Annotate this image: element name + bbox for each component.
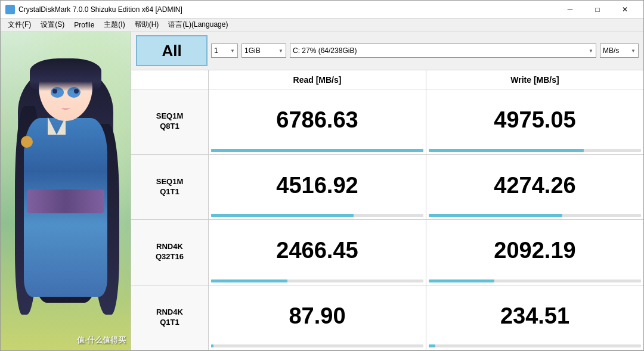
read-bar-fill-rnd4k-q1t1 <box>211 344 213 347</box>
row-label-seq1m-q8t1: SEQ1M Q8T1 <box>131 89 209 154</box>
watermark: 值·什么值得买 <box>77 335 126 346</box>
menu-settings[interactable]: 设置(S) <box>36 18 69 31</box>
window-controls: ─ □ ✕ <box>556 1 639 18</box>
count-value: 1 <box>214 46 218 55</box>
menu-profile[interactable]: Profile <box>69 20 99 30</box>
row-read-rnd4k-q1t1: 87.90 <box>209 285 426 350</box>
drive-value: C: 27% (64/238GiB) <box>293 46 357 55</box>
row-write-seq1m-q8t1: 4975.05 <box>426 89 643 154</box>
window-title: CrystalDiskMark 7.0.0 Shizuku Edition x6… <box>18 5 556 14</box>
menu-theme[interactable]: 主题(I) <box>99 18 129 31</box>
label-header <box>131 70 209 89</box>
char-obi <box>27 190 104 213</box>
count-dropdown-arrow: ▼ <box>230 48 235 54</box>
write-value-rnd4k-q32t16: 2092.19 <box>494 239 575 262</box>
write-header: Write [MB/s] <box>426 70 643 89</box>
write-value-seq1m-q1t1: 4274.26 <box>494 174 575 197</box>
read-bar-rnd4k-q1t1 <box>211 344 423 347</box>
write-value-seq1m-q8t1: 4975.05 <box>494 108 575 131</box>
size-dropdown-arrow: ▼ <box>278 48 283 54</box>
maximize-button[interactable]: □ <box>584 1 611 18</box>
row-label-seq1m-q1t1: SEQ1M Q1T1 <box>131 155 209 220</box>
table-header: Read [MB/s] Write [MB/s] <box>131 70 643 89</box>
write-bar-rnd4k-q1t1 <box>429 344 641 347</box>
read-bar-fill-seq1m-q1t1 <box>211 214 354 217</box>
main-content: 值·什么值得买 All 1 ▼ 1GiB ▼ C: 27% (64/238GiB… <box>1 32 643 350</box>
read-bar-seq1m-q8t1 <box>211 149 423 152</box>
char-collar <box>48 117 66 135</box>
write-bar-seq1m-q8t1 <box>429 149 641 152</box>
write-bar-rnd4k-q32t16 <box>429 279 641 282</box>
app-icon <box>5 5 15 14</box>
char-mouth <box>61 106 70 110</box>
size-dropdown[interactable]: 1GiB ▼ <box>242 44 286 58</box>
menu-language[interactable]: 语言(L)(Language) <box>163 18 233 31</box>
row-read-seq1m-q8t1: 6786.63 <box>209 89 426 154</box>
character <box>6 58 125 350</box>
row-read-seq1m-q1t1: 4516.92 <box>209 155 426 220</box>
count-dropdown[interactable]: 1 ▼ <box>211 44 238 58</box>
all-button[interactable]: All <box>136 35 208 66</box>
results-table: Read [MB/s] Write [MB/s] SEQ1M Q8T1 6786… <box>131 70 643 350</box>
row-write-rnd4k-q1t1: 234.51 <box>426 285 643 350</box>
anime-panel: 值·什么值得买 <box>1 32 131 350</box>
unit-value: MB/s <box>603 46 619 55</box>
unit-dropdown[interactable]: MB/s ▼ <box>600 44 639 58</box>
minimize-button[interactable]: ─ <box>556 1 584 18</box>
drive-dropdown-arrow: ▼ <box>589 48 593 54</box>
menu-file[interactable]: 文件(F) <box>3 18 36 31</box>
read-header: Read [MB/s] <box>209 70 426 89</box>
row-write-seq1m-q1t1: 4274.26 <box>426 155 643 220</box>
size-value: 1GiB <box>244 46 261 55</box>
read-bar-seq1m-q1t1 <box>211 214 423 217</box>
write-bar-fill-rnd4k-q32t16 <box>429 279 494 282</box>
write-bar-fill-rnd4k-q1t1 <box>429 344 435 347</box>
menu-help[interactable]: 帮助(H) <box>130 18 164 31</box>
row-write-rnd4k-q32t16: 2092.19 <box>426 220 643 285</box>
table-row: RND4K Q32T16 2466.45 2092.19 <box>131 220 643 285</box>
table-row: SEQ1M Q8T1 6786.63 4975.05 <box>131 89 643 155</box>
table-row: RND4K Q1T1 87.90 234.51 <box>131 285 643 351</box>
write-bar-fill-seq1m-q1t1 <box>429 214 562 217</box>
unit-dropdown-arrow: ▼ <box>631 48 636 54</box>
read-value-rnd4k-q32t16: 2466.45 <box>276 239 358 262</box>
char-decoration <box>21 136 33 148</box>
table-row: SEQ1M Q1T1 4516.92 4274.26 <box>131 155 643 220</box>
controls-row: All 1 ▼ 1GiB ▼ C: 27% (64/238GiB) ▼ MB/s… <box>131 32 643 70</box>
menubar: 文件(F) 设置(S) Profile 主题(I) 帮助(H) 语言(L)(La… <box>1 18 643 32</box>
row-label-rnd4k-q1t1: RND4K Q1T1 <box>131 285 209 350</box>
char-hair-front <box>30 58 101 91</box>
read-value-seq1m-q8t1: 6786.63 <box>276 108 358 131</box>
benchmark-panel: All 1 ▼ 1GiB ▼ C: 27% (64/238GiB) ▼ MB/s… <box>131 32 643 350</box>
main-window: CrystalDiskMark 7.0.0 Shizuku Edition x6… <box>0 0 644 351</box>
read-bar-fill-seq1m-q8t1 <box>211 149 423 152</box>
anime-figure <box>1 32 131 350</box>
titlebar: CrystalDiskMark 7.0.0 Shizuku Edition x6… <box>1 1 643 18</box>
row-label-rnd4k-q32t16: RND4K Q32T16 <box>131 220 209 285</box>
drive-dropdown[interactable]: C: 27% (64/238GiB) ▼ <box>290 44 596 58</box>
close-button[interactable]: ✕ <box>611 1 639 18</box>
read-value-rnd4k-q1t1: 87.90 <box>289 305 345 327</box>
row-read-rnd4k-q32t16: 2466.45 <box>209 220 426 285</box>
read-bar-rnd4k-q32t16 <box>211 279 423 282</box>
read-value-seq1m-q1t1: 4516.92 <box>276 174 358 197</box>
write-value-rnd4k-q1t1: 234.51 <box>500 305 569 327</box>
read-bar-fill-rnd4k-q32t16 <box>211 279 287 282</box>
write-bar-fill-seq1m-q8t1 <box>429 149 584 152</box>
write-bar-seq1m-q1t1 <box>429 214 641 217</box>
